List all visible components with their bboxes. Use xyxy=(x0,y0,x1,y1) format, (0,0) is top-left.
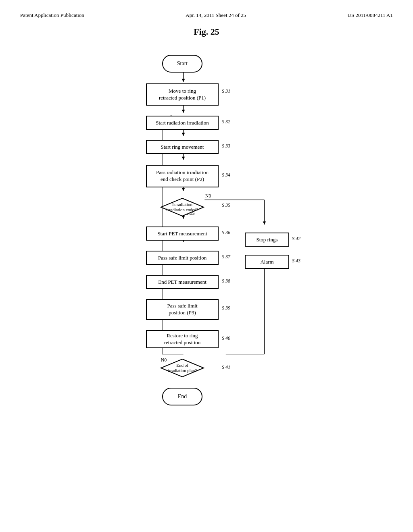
s37-label: S 37 xyxy=(222,254,230,260)
s36-rect: Start PET measurement xyxy=(146,227,219,241)
s34-rect: Pass radiation irradiation end check poi… xyxy=(146,165,219,187)
s39-rect: Pass safe limit position (P3) xyxy=(146,299,219,320)
s40-label: S 40 xyxy=(222,335,230,341)
s39-label: S 39 xyxy=(222,305,230,311)
header-center: Apr. 14, 2011 Sheet 24 of 25 xyxy=(186,12,246,19)
s33-rect: Start ring movement xyxy=(146,140,219,154)
s35-text: Is radiationirradiation ended? xyxy=(166,202,198,212)
s32-label: S 32 xyxy=(222,119,230,125)
s32-rect: Start radiation irradiation xyxy=(146,116,219,130)
s37-rect: Pass safe limit position xyxy=(146,251,219,265)
s35-label: S 35 xyxy=(222,202,230,208)
svg-text:N0: N0 xyxy=(205,193,211,198)
svg-marker-5 xyxy=(182,133,185,136)
s31-label: S 31 xyxy=(222,88,230,94)
s33-label: S 33 xyxy=(222,143,230,149)
s41-label: S 41 xyxy=(222,364,230,370)
svg-marker-1 xyxy=(182,79,185,82)
figure-title: Fig. 25 xyxy=(20,27,393,37)
s41-diamond: End ofirradiation plan? xyxy=(160,358,204,378)
s36-label: S 36 xyxy=(222,230,230,236)
page-header: Patent Application Publication Apr. 14, … xyxy=(20,12,393,19)
flowchart: YES N0 YES N0 Start Move to ring retract… xyxy=(65,49,348,493)
s43-label: S 43 xyxy=(292,258,300,264)
s38-rect: End PET measurement xyxy=(146,275,219,289)
svg-marker-3 xyxy=(182,110,185,113)
header-right: US 2011/0084211 A1 xyxy=(348,12,393,19)
page: Patent Application Publication Apr. 14, … xyxy=(0,0,413,532)
s35-diamond: Is radiationirradiation ended? xyxy=(160,197,204,217)
s43-rect: Alarm xyxy=(245,255,289,269)
svg-marker-9 xyxy=(182,188,185,191)
header-left: Patent Application Publication xyxy=(20,12,84,19)
s34-label: S 34 xyxy=(222,172,230,178)
s40-rect: Restore to ring retracted position xyxy=(146,330,219,348)
start-oval: Start xyxy=(162,55,202,73)
svg-marker-7 xyxy=(182,157,185,160)
end-oval: End xyxy=(162,388,202,405)
s42-label: S 42 xyxy=(292,236,300,242)
s41-text: End ofirradiation plan? xyxy=(168,363,197,373)
svg-marker-26 xyxy=(263,222,266,225)
s42-rect: Stop rings xyxy=(245,233,289,247)
s31-rect: Move to ring retracted position (P1) xyxy=(146,83,219,106)
s38-label: S 38 xyxy=(222,278,230,284)
